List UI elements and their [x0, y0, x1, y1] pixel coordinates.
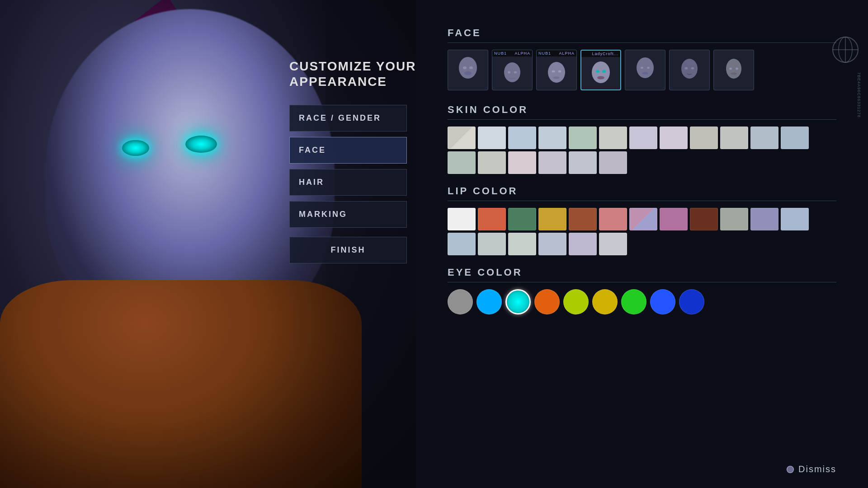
- watermark: 7BE4A96C86331278: [857, 72, 861, 118]
- lip-swatch1-0[interactable]: [448, 208, 476, 230]
- character-eye-left: [122, 140, 149, 156]
- skin-swatch2-3[interactable]: [448, 151, 476, 174]
- menu-item-hair[interactable]: HAIR: [289, 169, 407, 196]
- lip-swatch2-5[interactable]: [508, 233, 536, 255]
- skin-swatch2-8[interactable]: [599, 151, 627, 174]
- svg-point-20: [641, 67, 643, 69]
- skin-swatch2-6[interactable]: [538, 151, 566, 174]
- menu-item-face[interactable]: FACE: [289, 137, 407, 164]
- svg-point-4: [459, 57, 477, 79]
- svg-point-29: [731, 73, 737, 75]
- lip-swatch2-8[interactable]: [599, 233, 627, 255]
- svg-point-25: [691, 67, 694, 70]
- customize-title: CUSTOMIZE YOUR APPEARANCE: [289, 59, 425, 89]
- svg-point-6: [469, 66, 473, 69]
- lip-swatch2-2[interactable]: [781, 208, 809, 230]
- eye-swatch-6[interactable]: [621, 289, 646, 314]
- svg-point-28: [736, 68, 738, 70]
- lip-swatch2-0[interactable]: [720, 208, 748, 230]
- lip-swatch2-1[interactable]: [750, 208, 778, 230]
- skin-swatch2-7[interactable]: [569, 151, 597, 174]
- skin-swatch-7[interactable]: [660, 127, 688, 149]
- face-preset-6[interactable]: [669, 50, 710, 90]
- finish-button[interactable]: FINISH: [289, 237, 407, 263]
- eye-swatch-5[interactable]: [592, 289, 618, 314]
- svg-point-19: [637, 57, 654, 78]
- lip-swatch1-7[interactable]: [660, 208, 688, 230]
- face-preset-2[interactable]: NUB1 ALPHA: [492, 50, 533, 90]
- skin-swatch2-0[interactable]: [720, 127, 748, 149]
- eye-swatch-7[interactable]: [650, 289, 675, 314]
- svg-point-16: [596, 70, 599, 73]
- lip-swatch1-3[interactable]: [538, 208, 566, 230]
- face-section-title: FACE: [448, 27, 836, 43]
- svg-point-5: [463, 66, 467, 69]
- menu-item-marking[interactable]: MARKING: [289, 201, 407, 228]
- globe-icon: [832, 36, 859, 63]
- skin-swatch-6[interactable]: [629, 127, 657, 149]
- svg-point-8: [504, 62, 520, 82]
- dismiss-circle-icon: [787, 466, 794, 473]
- lip-swatch1-2[interactable]: [508, 208, 536, 230]
- face-preset-4[interactable]: LadyCroft...: [580, 50, 621, 90]
- skin-swatch-4[interactable]: [569, 127, 597, 149]
- lip-swatch2-7[interactable]: [569, 233, 597, 255]
- lip-swatch1-8[interactable]: [690, 208, 718, 230]
- eye-swatch-0[interactable]: [448, 289, 473, 314]
- character-eye-right: [185, 136, 217, 153]
- lip-color-title: LIP COLOR: [448, 185, 836, 201]
- skin-swatch-0[interactable]: [448, 127, 476, 149]
- skin-swatch2-2[interactable]: [781, 127, 809, 149]
- svg-point-24: [684, 67, 688, 70]
- svg-point-17: [602, 70, 606, 73]
- svg-point-21: [647, 67, 650, 69]
- skin-swatch-5[interactable]: [599, 127, 627, 149]
- right-panel: 7BE4A96C86331278 FACE NUB1 ALPHA NUB1 AL…: [416, 0, 868, 488]
- svg-point-7: [464, 71, 472, 75]
- lip-swatch2-6[interactable]: [538, 233, 566, 255]
- character-body: [0, 280, 362, 488]
- skin-color-grid: [448, 127, 836, 174]
- face-preset-5[interactable]: [625, 50, 665, 90]
- eye-swatch-2[interactable]: [505, 289, 531, 314]
- dismiss-label: Dismiss: [798, 464, 836, 474]
- svg-point-9: [508, 71, 510, 73]
- svg-point-18: [597, 76, 604, 79]
- svg-point-10: [514, 71, 517, 73]
- svg-point-27: [729, 68, 732, 70]
- eye-color-title: EYE COLOR: [448, 267, 836, 282]
- eye-color-grid: [448, 289, 836, 314]
- eye-swatch-1[interactable]: [476, 289, 502, 314]
- eye-swatch-8[interactable]: [679, 289, 704, 314]
- svg-point-23: [681, 59, 698, 79]
- svg-point-11: [548, 62, 565, 83]
- lip-swatch1-6[interactable]: [629, 208, 657, 230]
- skin-swatch2-4[interactable]: [478, 151, 506, 174]
- svg-point-22: [642, 72, 648, 75]
- svg-point-13: [558, 70, 561, 72]
- face-preset-7[interactable]: [713, 50, 754, 90]
- dismiss-button[interactable]: Dismiss: [787, 464, 836, 474]
- lip-color-grid: [448, 208, 836, 255]
- face-preset-3[interactable]: NUB1 ALPHA: [536, 50, 577, 90]
- menu-item-race-gender[interactable]: RACE / GENDER: [289, 105, 407, 131]
- eye-swatch-3[interactable]: [534, 289, 560, 314]
- skin-swatch2-5[interactable]: [508, 151, 536, 174]
- skin-swatch-8[interactable]: [690, 127, 718, 149]
- lip-swatch1-5[interactable]: [599, 208, 627, 230]
- svg-point-12: [552, 70, 555, 72]
- skin-swatch-3[interactable]: [538, 127, 566, 149]
- lip-swatch1-4[interactable]: [569, 208, 597, 230]
- face-preset-1[interactable]: [448, 50, 488, 90]
- customize-menu: CUSTOMIZE YOUR APPEARANCE RACE / GENDER …: [289, 59, 425, 269]
- skin-swatch2-1[interactable]: [750, 127, 778, 149]
- skin-color-title: SKIN COLOR: [448, 104, 836, 120]
- svg-point-15: [592, 61, 610, 83]
- skin-swatch-1[interactable]: [478, 127, 506, 149]
- eye-swatch-4[interactable]: [563, 289, 589, 314]
- face-presets: NUB1 ALPHA NUB1 ALPHA LadyCroft...: [448, 50, 836, 90]
- lip-swatch1-1[interactable]: [478, 208, 506, 230]
- skin-swatch-2[interactable]: [508, 127, 536, 149]
- lip-swatch2-3[interactable]: [448, 233, 476, 255]
- lip-swatch2-4[interactable]: [478, 233, 506, 255]
